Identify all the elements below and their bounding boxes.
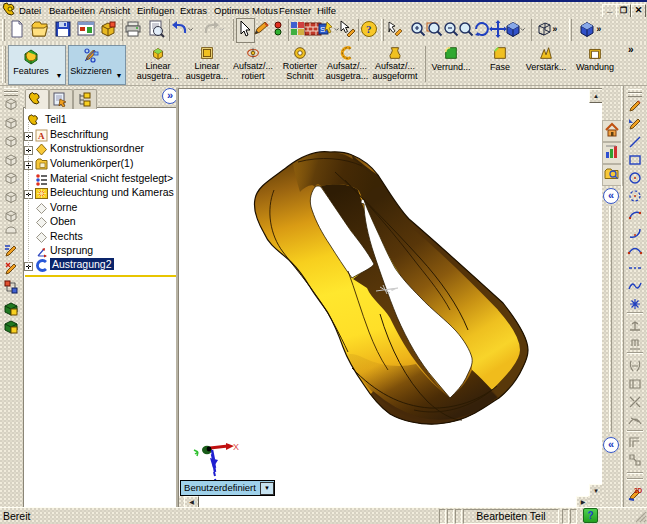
- svg-text:S: S: [320, 25, 325, 34]
- svg-text:A: A: [38, 131, 45, 141]
- svg-text:»: »: [553, 24, 558, 34]
- svg-text:?: ?: [366, 23, 372, 35]
- svg-text:X: X: [233, 442, 239, 452]
- svg-text:»: »: [597, 24, 602, 34]
- svg-text:3D: 3D: [634, 487, 643, 494]
